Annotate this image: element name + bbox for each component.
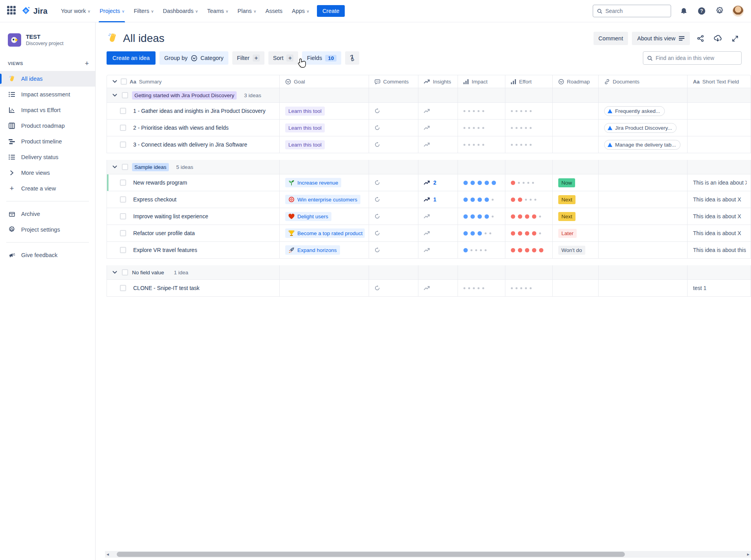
goal-cell[interactable]: Expand horizons xyxy=(280,242,369,258)
comments-cell[interactable] xyxy=(369,208,418,225)
sidebar-item-more-views[interactable]: More views xyxy=(0,165,95,181)
scroll-right-icon[interactable]: ► xyxy=(746,552,751,556)
sort-button[interactable]: Sort + xyxy=(268,51,299,65)
fields-button[interactable]: Fields 10 xyxy=(302,51,341,65)
summary-cell[interactable]: 3 - Connect ideas with delivery in Jira … xyxy=(107,136,280,153)
column-header-short-text-field[interactable]: AaShort Text Field xyxy=(688,75,751,88)
scrollbar-thumb[interactable] xyxy=(117,552,625,557)
sidebar-item-impact-vs-effort[interactable]: Impact vs Effort xyxy=(0,102,95,118)
row-checkbox[interactable] xyxy=(120,247,126,253)
goal-pill[interactable]: Learn this tool xyxy=(285,140,325,149)
short-text-cell[interactable]: This is an idea about X xyxy=(688,174,751,191)
summary-cell[interactable]: Refactor user profile data xyxy=(107,225,280,241)
sidebar-item-archive[interactable]: Archive xyxy=(0,206,95,222)
column-header-impact[interactable]: Impact xyxy=(458,75,505,88)
idea-summary[interactable]: Refactor user profile data xyxy=(133,230,195,236)
row-checkbox[interactable] xyxy=(120,196,126,203)
row-checkbox[interactable] xyxy=(120,141,126,148)
horizontal-scrollbar[interactable]: ◄ ► xyxy=(105,551,751,558)
sidebar-item-project-settings[interactable]: Project settings xyxy=(0,222,95,237)
scroll-left-icon[interactable]: ◄ xyxy=(105,552,110,556)
impact-rating[interactable] xyxy=(463,181,496,185)
summary-cell[interactable]: Improve waiting list experience xyxy=(107,208,280,225)
document-link[interactable]: Frequently asked... xyxy=(604,106,665,116)
comments-cell[interactable] xyxy=(369,136,418,153)
effort-rating[interactable] xyxy=(511,287,532,289)
documents-cell[interactable]: Manage the delivery tab... xyxy=(599,136,688,153)
impact-rating[interactable] xyxy=(463,214,494,219)
documents-cell[interactable] xyxy=(599,174,688,191)
summary-cell[interactable]: New rewards program xyxy=(107,174,280,191)
summary-cell[interactable]: 1 - Gather ideas and insights in Jira Pr… xyxy=(107,103,280,119)
summary-cell[interactable]: CLONE - Snipe-IT test task xyxy=(107,280,280,296)
idea-row[interactable]: 2 - Prioritise ideas with views and fiel… xyxy=(107,120,751,136)
short-text-cell[interactable]: This idea is about this xyxy=(688,242,751,258)
row-checkbox[interactable] xyxy=(120,125,126,131)
group-by-button[interactable]: Group by Category xyxy=(159,51,228,65)
comments-cell[interactable] xyxy=(369,225,418,241)
comments-cell[interactable] xyxy=(369,191,418,208)
effort-rating[interactable] xyxy=(511,214,541,219)
select-all-checkbox[interactable] xyxy=(121,78,127,85)
impact-rating[interactable] xyxy=(463,287,484,289)
idea-summary[interactable]: New rewards program xyxy=(133,179,187,186)
effort-rating[interactable] xyxy=(511,198,536,202)
user-avatar[interactable] xyxy=(732,5,744,17)
group-collapse-icon[interactable] xyxy=(112,94,118,97)
about-this-view-button[interactable]: About this view xyxy=(632,32,690,45)
group-badge[interactable]: Sample ideas xyxy=(132,163,169,171)
group-checkbox[interactable] xyxy=(122,92,128,98)
roadmap-cell[interactable] xyxy=(553,280,599,296)
share-icon[interactable] xyxy=(694,32,707,45)
group-checkbox[interactable] xyxy=(122,164,128,170)
goal-cell[interactable]: Learn this tool xyxy=(280,103,369,119)
roadmap-badge[interactable]: Later xyxy=(558,229,577,238)
effort-cell[interactable] xyxy=(505,103,553,119)
effort-rating[interactable] xyxy=(511,181,534,185)
short-text-cell[interactable]: This idea is about X xyxy=(688,225,751,241)
insights-cell[interactable] xyxy=(418,208,458,225)
settings-gear-icon[interactable] xyxy=(714,5,725,16)
idea-row[interactable]: Express checkoutWin enterprise customers… xyxy=(107,191,751,208)
summary-cell[interactable]: 2 - Prioritise ideas with views and fiel… xyxy=(107,120,280,136)
short-text-cell[interactable]: This idea is about X xyxy=(688,191,751,208)
global-search-input[interactable] xyxy=(605,8,667,14)
effort-cell[interactable] xyxy=(505,136,553,153)
effort-rating[interactable] xyxy=(511,248,543,252)
effort-rating[interactable] xyxy=(511,231,541,236)
impact-rating[interactable] xyxy=(463,144,484,146)
nav-item-apps[interactable]: Apps˅ xyxy=(287,0,314,22)
add-view-icon[interactable]: + xyxy=(85,60,89,67)
effort-rating[interactable] xyxy=(511,127,532,129)
document-link[interactable]: Manage the delivery tab... xyxy=(604,140,680,150)
jira-logo[interactable]: Jira xyxy=(21,6,47,16)
documents-cell[interactable]: Frequently asked... xyxy=(599,103,688,119)
impact-cell[interactable] xyxy=(458,242,505,258)
row-checkbox[interactable] xyxy=(120,179,126,186)
column-header-effort[interactable]: Effort xyxy=(505,75,553,88)
roadmap-cell[interactable]: Now xyxy=(553,174,599,191)
find-idea-search[interactable] xyxy=(643,51,742,65)
effort-cell[interactable] xyxy=(505,120,553,136)
idea-row[interactable]: Improve waiting list experienceDelight u… xyxy=(107,208,751,225)
sidebar-item-create-view[interactable]: + Create a view xyxy=(0,181,95,196)
insights-cell[interactable] xyxy=(418,280,458,296)
roadmap-badge[interactable]: Next xyxy=(558,195,575,204)
export-download-icon[interactable] xyxy=(711,32,724,45)
short-text-cell[interactable]: This idea is about X xyxy=(688,208,751,225)
insights-cell[interactable] xyxy=(418,103,458,119)
idea-summary[interactable]: Improve waiting list experience xyxy=(133,213,208,219)
impact-cell[interactable] xyxy=(458,120,505,136)
idea-row[interactable]: 3 - Connect ideas with delivery in Jira … xyxy=(107,136,751,153)
idea-summary[interactable]: 2 - Prioritise ideas with views and fiel… xyxy=(133,125,229,131)
column-header-summary[interactable]: AaSummary xyxy=(107,75,280,88)
fullscreen-expand-icon[interactable] xyxy=(728,32,742,45)
impact-cell[interactable] xyxy=(458,103,505,119)
row-checkbox[interactable] xyxy=(120,108,126,114)
sidebar-item-all-ideas[interactable]: All ideas xyxy=(0,71,95,87)
impact-cell[interactable] xyxy=(458,191,505,208)
sidebar-item-product-timeline[interactable]: Product timeline xyxy=(0,134,95,149)
documents-cell[interactable] xyxy=(599,242,688,258)
nav-item-assets[interactable]: Assets xyxy=(261,0,287,22)
roadmap-badge[interactable]: Next xyxy=(558,212,575,221)
